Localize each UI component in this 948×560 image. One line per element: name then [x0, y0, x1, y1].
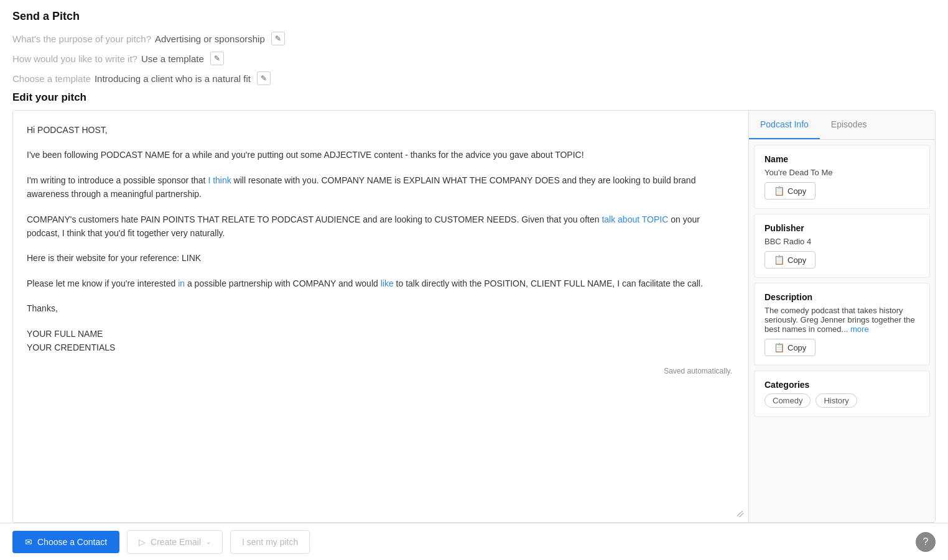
copy-publisher-icon: 📋	[774, 255, 784, 265]
meta-write-row: How would you like to write it? Use a te…	[12, 52, 936, 65]
pitch-greeting: Hi PODCAST HOST,	[27, 123, 735, 137]
tab-podcast-info[interactable]: Podcast Info	[749, 111, 820, 139]
categories-section-title: Categories	[764, 380, 919, 390]
email-icon: ✉	[25, 537, 32, 547]
highlight-talk-about: talk about TOPIC	[602, 214, 668, 224]
highlight-like: like	[381, 278, 394, 288]
saved-auto-text: Saved automatically.	[27, 365, 735, 377]
sidebar-categories-section: Categories Comedy History	[754, 370, 930, 417]
page-title: Send a Pitch	[12, 10, 936, 23]
purpose-edit-icon[interactable]: ✎	[271, 32, 285, 45]
template-value: Introducing a client who is a natural fi…	[95, 73, 251, 84]
bottom-bar: ✉ Choose a Contact ▷ Create Email ⌄ I se…	[0, 523, 948, 560]
section-title: Edit your pitch	[12, 91, 936, 104]
editor-area: Hi PODCAST HOST, I've been following POD…	[12, 110, 936, 523]
copy-name-icon: 📋	[774, 186, 784, 196]
purpose-label: What's the purpose of your pitch?	[12, 34, 151, 44]
send-icon: ▷	[139, 537, 146, 547]
sent-pitch-button[interactable]: I sent my pitch	[230, 530, 310, 554]
description-section-title: Description	[764, 292, 919, 302]
publisher-value: BBC Radio 4	[764, 237, 919, 246]
sidebar-description-section: Description The comedy podcast that take…	[754, 283, 930, 365]
meta-purpose-row: What's the purpose of your pitch? Advert…	[12, 32, 936, 45]
category-comedy: Comedy	[764, 393, 811, 408]
name-section-title: Name	[764, 154, 919, 164]
create-email-chevron: ⌄	[206, 538, 211, 545]
meta-template-row: Choose a template Introducing a client w…	[12, 71, 936, 85]
highlight-in: in	[178, 278, 185, 288]
create-email-button[interactable]: ▷ Create Email ⌄	[127, 530, 223, 554]
podcast-sidebar: Podcast Info Episodes Name You're Dead T…	[748, 111, 935, 522]
category-history: History	[816, 393, 857, 408]
copy-publisher-button[interactable]: 📋 Copy	[764, 251, 816, 269]
copy-name-button[interactable]: 📋 Copy	[764, 182, 816, 200]
pitch-para2: I'm writing to introduce a possible spon…	[27, 173, 735, 201]
podcast-name-value: You're Dead To Me	[764, 168, 919, 177]
main-content: Send a Pitch What's the purpose of your …	[0, 0, 948, 523]
page-wrapper: Send a Pitch What's the purpose of your …	[0, 0, 948, 560]
pitch-para4: Here is their website for your reference…	[27, 251, 735, 265]
pitch-para1: I've been following PODCAST NAME for a w…	[27, 148, 735, 162]
pitch-thanks: Thanks,	[27, 301, 735, 315]
write-value: Use a template	[141, 53, 204, 64]
template-edit-icon[interactable]: ✎	[257, 71, 271, 85]
pitch-editor[interactable]: Hi PODCAST HOST, I've been following POD…	[13, 111, 748, 522]
pitch-signature: YOUR FULL NAME YOUR CREDENTIALS	[27, 327, 735, 355]
resize-handle[interactable]	[737, 511, 745, 518]
copy-description-icon: 📋	[774, 342, 784, 352]
purpose-value: Advertising or sponsorship	[155, 34, 265, 44]
sidebar-tabs: Podcast Info Episodes	[749, 111, 935, 140]
description-more-link[interactable]: more	[850, 324, 869, 334]
pitch-para5: Please let me know if you're interested …	[27, 277, 735, 290]
choose-contact-button[interactable]: ✉ Choose a Contact	[12, 531, 119, 553]
pitch-para3: COMPANY's customers hate PAIN POINTS THA…	[27, 213, 735, 241]
publisher-section-title: Publisher	[764, 223, 919, 233]
write-label: How would you like to write it?	[12, 53, 137, 64]
description-text: The comedy podcast that takes history se…	[764, 306, 919, 334]
template-label: Choose a template	[12, 73, 91, 84]
help-icon: ?	[923, 536, 929, 548]
sidebar-name-section: Name You're Dead To Me 📋 Copy	[754, 145, 930, 209]
highlight-i-think: I think	[208, 175, 231, 185]
help-button[interactable]: ?	[916, 532, 936, 552]
tab-episodes[interactable]: Episodes	[820, 111, 878, 139]
copy-description-button[interactable]: 📋 Copy	[764, 339, 816, 356]
sidebar-publisher-section: Publisher BBC Radio 4 📋 Copy	[754, 214, 930, 278]
write-edit-icon[interactable]: ✎	[210, 52, 224, 65]
categories-row: Comedy History	[764, 393, 919, 408]
